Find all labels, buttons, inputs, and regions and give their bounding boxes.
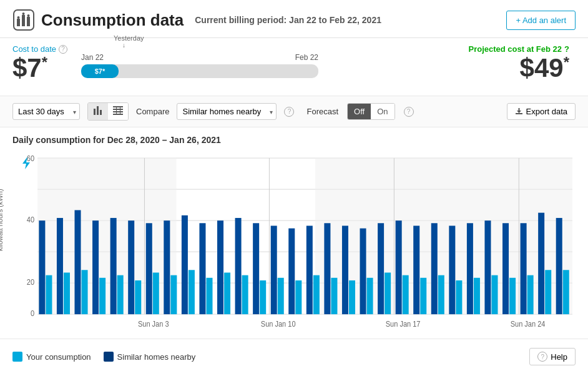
- svg-rect-71: [295, 280, 301, 314]
- bar-chart-button[interactable]: [88, 103, 108, 120]
- yesterday-arrow-icon: ↓: [122, 42, 125, 49]
- svg-rect-12: [113, 111, 123, 112]
- svg-rect-91: [474, 278, 480, 314]
- cost-to-date-info-icon[interactable]: ?: [59, 45, 67, 54]
- controls-row: Last 30 days Last 7 days Last 90 days La…: [0, 96, 588, 127]
- date-range-select[interactable]: Last 30 days Last 7 days Last 90 days La…: [12, 103, 80, 120]
- svg-rect-84: [413, 225, 419, 314]
- svg-rect-49: [99, 278, 105, 314]
- svg-rect-65: [242, 275, 248, 315]
- progress-bar-label: $7*: [95, 67, 105, 75]
- chart-dashboard-icon: [12, 9, 35, 31]
- svg-rect-11: [113, 109, 123, 110]
- svg-rect-76: [342, 225, 348, 314]
- svg-rect-53: [135, 280, 141, 314]
- svg-rect-2: [22, 15, 25, 26]
- svg-marker-102: [22, 157, 30, 169]
- svg-text:0: 0: [31, 309, 35, 318]
- forecast-toggle-group: Off On: [347, 103, 394, 120]
- svg-rect-96: [521, 223, 527, 314]
- svg-rect-14: [116, 106, 117, 115]
- compare-select[interactable]: Similar homes nearby None Last year: [177, 103, 277, 120]
- svg-rect-16: [516, 113, 522, 114]
- svg-rect-3: [27, 17, 30, 26]
- header-left: Consumption data Current billing period:…: [12, 9, 381, 31]
- date-range-wrapper: Last 30 days Last 7 days Last 90 days La…: [12, 103, 80, 120]
- svg-rect-10: [113, 106, 123, 107]
- bar-chart-icon: [93, 106, 103, 115]
- legend-item-similar-homes: Similar homes nearby: [104, 352, 196, 362]
- y-axis-label: kilowatt hours (kWh): [0, 239, 4, 251]
- projected-cost-section: Projected cost at Feb 22 ? $49*: [463, 44, 576, 82]
- cost-to-date-section: Cost to date ? $7*: [12, 44, 69, 82]
- svg-rect-9: [100, 110, 102, 115]
- cost-row: Cost to date ? $7* Yesterday ↓ Jan 22 Fe…: [0, 38, 588, 96]
- compare-info-icon[interactable]: ?: [284, 107, 294, 117]
- svg-rect-83: [403, 275, 409, 315]
- projected-cost-value: $49*: [463, 54, 569, 82]
- chart-section: Daily consumption for Dec 28, 2020 – Jan…: [0, 127, 588, 339]
- svg-rect-80: [378, 223, 384, 314]
- legend-item-your-consumption: Your consumption: [12, 352, 91, 362]
- chart-title: Daily consumption for Dec 28, 2020 – Jan…: [12, 135, 576, 145]
- help-button[interactable]: ? Help: [529, 348, 576, 365]
- svg-rect-78: [360, 229, 366, 315]
- svg-rect-100: [556, 218, 562, 314]
- svg-text:Sun Jan 24: Sun Jan 24: [511, 320, 546, 329]
- svg-rect-47: [82, 270, 88, 314]
- svg-rect-51: [117, 275, 124, 315]
- svg-rect-98: [538, 213, 544, 315]
- svg-rect-81: [385, 272, 391, 314]
- chart-svg: 60 40 20 0 Sun Jan 3Sun Jan 10Sun Jan 17…: [12, 151, 576, 339]
- svg-rect-15: [120, 106, 120, 115]
- chart-container: 60 40 20 0 Sun Jan 3Sun Jan 10Sun Jan 17…: [12, 151, 576, 339]
- progress-bar-outer: $7*: [81, 64, 318, 78]
- table-chart-button[interactable]: [108, 103, 128, 120]
- svg-rect-60: [199, 223, 205, 314]
- svg-point-4: [17, 16, 20, 19]
- svg-rect-75: [331, 278, 337, 314]
- svg-rect-74: [324, 223, 330, 314]
- svg-rect-89: [456, 280, 462, 314]
- cost-to-date-label: Cost to date ?: [12, 44, 69, 54]
- svg-rect-56: [164, 220, 170, 314]
- svg-rect-99: [545, 270, 551, 314]
- svg-rect-50: [110, 218, 117, 314]
- svg-rect-45: [64, 272, 70, 314]
- svg-text:Sun Jan 17: Sun Jan 17: [386, 320, 421, 329]
- help-icon: ?: [537, 352, 547, 362]
- legend: Your consumption Similar homes nearby ? …: [0, 339, 588, 374]
- svg-rect-73: [313, 275, 320, 315]
- help-label: Help: [551, 352, 567, 362]
- billing-period: Current billing period: Jan 22 to Feb 22…: [195, 15, 381, 25]
- svg-rect-68: [271, 225, 277, 314]
- progress-bar-inner: $7*: [81, 64, 119, 78]
- progress-end-date: Feb 22: [295, 53, 318, 62]
- svg-rect-7: [94, 109, 96, 115]
- svg-rect-42: [39, 220, 45, 314]
- svg-text:Sun Jan 10: Sun Jan 10: [261, 320, 296, 329]
- svg-rect-92: [484, 220, 491, 314]
- svg-rect-97: [527, 275, 534, 315]
- svg-rect-87: [438, 275, 444, 315]
- svg-rect-70: [288, 229, 295, 315]
- forecast-on-button[interactable]: On: [371, 104, 394, 119]
- chart-type-buttons: [87, 102, 129, 121]
- svg-rect-72: [306, 225, 313, 314]
- forecast-info-icon[interactable]: ?: [404, 107, 414, 117]
- compare-select-wrapper: Similar homes nearby None Last year: [177, 103, 277, 120]
- svg-rect-48: [92, 220, 99, 314]
- yesterday-label: Yesterday: [114, 34, 144, 42]
- progress-start-date: Jan 22: [81, 53, 104, 62]
- export-data-button[interactable]: Export data: [507, 103, 576, 120]
- svg-text:Sun Jan 3: Sun Jan 3: [138, 320, 169, 329]
- svg-rect-85: [420, 278, 426, 314]
- projected-cost-info-icon[interactable]: ?: [564, 44, 569, 54]
- forecast-off-button[interactable]: Off: [348, 104, 371, 119]
- svg-rect-46: [75, 210, 81, 314]
- add-alert-button[interactable]: + Add an alert: [506, 11, 576, 30]
- svg-rect-57: [170, 275, 177, 315]
- svg-rect-52: [128, 220, 134, 314]
- legend-color-your-consumption: [12, 352, 22, 362]
- svg-rect-61: [206, 278, 212, 314]
